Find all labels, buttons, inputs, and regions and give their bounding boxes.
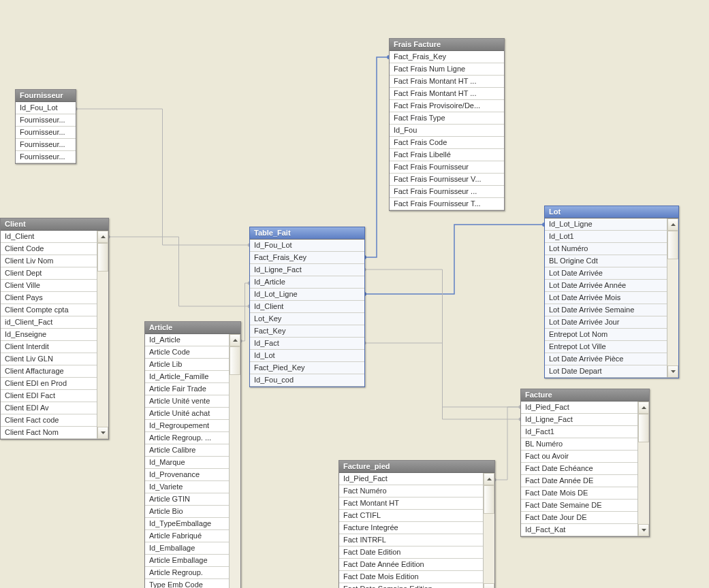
field-item[interactable]: Id_Lot_Ligne	[250, 289, 364, 301]
table-header[interactable]: Article	[145, 322, 240, 334]
field-item[interactable]: Fact INTRFL	[339, 534, 483, 546]
table-header[interactable]: Frais Facture	[390, 39, 504, 51]
field-item[interactable]: Fact Frais Montant HT ...	[390, 88, 504, 100]
table-frais_facture[interactable]: Frais FactureFact_Frais_KeyFact Frais Nu…	[389, 38, 505, 211]
field-item[interactable]: Entrepot Lot Nom	[545, 329, 667, 341]
field-item[interactable]: Id_Provenance	[145, 469, 229, 481]
field-item[interactable]: Client Fact code	[1, 414, 97, 427]
field-item[interactable]: Lot_Key	[250, 313, 364, 325]
scrollbar[interactable]	[97, 231, 108, 439]
field-item[interactable]: Id_Marque	[145, 457, 229, 469]
field-item[interactable]: Type Emb Code	[145, 579, 229, 588]
field-item[interactable]: Lot Date Arrivée Jour	[545, 316, 667, 329]
field-item[interactable]: Lot Date Depart	[545, 365, 667, 378]
field-item[interactable]: Fournisseur...	[16, 151, 76, 163]
scroll-track[interactable]	[97, 243, 108, 427]
scroll-thumb[interactable]	[97, 243, 108, 272]
field-item[interactable]: Id_Variete	[145, 481, 229, 493]
field-item[interactable]: Article GTIN	[145, 493, 229, 506]
field-item[interactable]: Article Unité vente	[145, 395, 229, 408]
field-item[interactable]: Id_Ligne_Fact	[521, 414, 637, 426]
scroll-down-button[interactable]	[484, 583, 494, 588]
field-item[interactable]: Fact_Pied_Key	[250, 362, 364, 374]
field-item[interactable]: Client Liv GLN	[1, 353, 97, 365]
field-item[interactable]: Fact Frais Fournisseur V...	[390, 174, 504, 186]
field-item[interactable]: Lot Date Arrivée	[545, 267, 667, 280]
field-item[interactable]: Fact Frais Fournisseur ...	[390, 186, 504, 198]
table-fournisseur[interactable]: FournisseurId_Fou_LotFournisseur...Fourn…	[15, 89, 76, 164]
field-item[interactable]: Lot Date Arrivée Année	[545, 280, 667, 292]
table-article[interactable]: ArticleId_ArticleArticle CodeArticle Lib…	[144, 321, 241, 588]
table-header[interactable]: Fournisseur	[16, 90, 76, 102]
field-item[interactable]: Article Calibre	[145, 444, 229, 457]
field-item[interactable]: Fournisseur...	[16, 127, 76, 139]
field-item[interactable]: id_Client_Fact	[1, 316, 97, 329]
scrollbar[interactable]	[483, 473, 494, 588]
field-item[interactable]: Fact Date Année Edition	[339, 559, 483, 571]
field-item[interactable]: Id_Lot	[250, 350, 364, 362]
scroll-thumb[interactable]	[484, 485, 494, 514]
table-lot[interactable]: LotId_Lot_LigneId_Lot1Lot NuméroBL Origi…	[544, 206, 679, 378]
field-item[interactable]: Id_Article	[250, 276, 364, 289]
field-item[interactable]: Id_Fou_Lot	[16, 102, 76, 114]
field-item[interactable]: Fact Frais Num Ligne	[390, 63, 504, 76]
field-item[interactable]: Id_Fou_Lot	[250, 240, 364, 252]
scroll-thumb[interactable]	[230, 346, 240, 375]
table-facture[interactable]: FactureId_Pied_FactId_Ligne_FactId_Fact1…	[520, 389, 650, 537]
field-item[interactable]: Id_Article	[145, 334, 229, 346]
field-item[interactable]: Id_Enseigne	[1, 329, 97, 341]
scroll-thumb[interactable]	[667, 231, 678, 259]
field-item[interactable]: Fact Date Echéance	[521, 463, 637, 475]
field-item[interactable]: Article Bio	[145, 506, 229, 518]
field-item[interactable]: Fact Frais Montant HT ...	[390, 76, 504, 88]
field-item[interactable]: Client Pays	[1, 292, 97, 304]
field-item[interactable]: Article Lib	[145, 359, 229, 371]
field-item[interactable]: Fact Date Semaine Edition	[339, 583, 483, 588]
field-item[interactable]: Lot Date Arrivée Pièce	[545, 353, 667, 365]
field-item[interactable]: Fact Montant HT	[339, 497, 483, 510]
scroll-track[interactable]	[667, 231, 678, 365]
field-item[interactable]: Fournisseur...	[16, 139, 76, 151]
field-item[interactable]: Id_Fou_cod	[250, 374, 364, 387]
scroll-up-button[interactable]	[667, 218, 678, 231]
field-item[interactable]: Id_TypeEmballage	[145, 518, 229, 530]
field-item[interactable]: Client Code	[1, 243, 97, 255]
field-item[interactable]: BL Origine Cdt	[545, 255, 667, 267]
field-item[interactable]: Client Interdit	[1, 341, 97, 353]
field-item[interactable]: Client EDI Fact	[1, 390, 97, 402]
scroll-up-button[interactable]	[230, 334, 240, 346]
field-item[interactable]: Fact Date Edition	[339, 546, 483, 559]
field-item[interactable]: Entrepot Lot Ville	[545, 341, 667, 353]
field-item[interactable]: Id_Pied_Fact	[339, 473, 483, 485]
field-item[interactable]: Fact Date Jour DE	[521, 512, 637, 524]
field-item[interactable]: Client Affacturage	[1, 365, 97, 378]
field-item[interactable]: Id_Client	[1, 231, 97, 243]
field-item[interactable]: Fact Frais Type	[390, 112, 504, 125]
field-item[interactable]: Id_Emballage	[145, 542, 229, 555]
field-item[interactable]: Fact_Frais_Key	[250, 252, 364, 264]
field-item[interactable]: Id_Lot1	[545, 231, 667, 243]
table-header[interactable]: Lot	[545, 206, 678, 218]
scroll-thumb[interactable]	[638, 414, 649, 442]
field-item[interactable]: Lot Date Arrivée Semaine	[545, 304, 667, 316]
field-item[interactable]: Article Code	[145, 346, 229, 359]
table-header[interactable]: Facture	[521, 389, 649, 402]
table-header[interactable]: Table_Fait	[250, 227, 364, 240]
scrollbar[interactable]	[667, 218, 678, 378]
scroll-up-button[interactable]	[638, 402, 649, 414]
field-item[interactable]: Id_Fact	[250, 338, 364, 350]
field-item[interactable]: Lot Date Arrivée Mois	[545, 292, 667, 304]
field-item[interactable]: Id_Fact_Kat	[521, 524, 637, 536]
scroll-up-button[interactable]	[484, 473, 494, 485]
scroll-track[interactable]	[484, 485, 494, 583]
field-item[interactable]: Fact Date Mois Edition	[339, 571, 483, 583]
field-item[interactable]: Article Fair Trade	[145, 383, 229, 395]
field-item[interactable]: Id_Lot_Ligne	[545, 218, 667, 231]
scroll-down-button[interactable]	[638, 524, 649, 536]
field-item[interactable]: Fact Frais Libellé	[390, 149, 504, 161]
field-item[interactable]: Article Unité achat	[145, 408, 229, 420]
field-item[interactable]: Id_Fact1	[521, 426, 637, 438]
table-table_fait[interactable]: Table_FaitId_Fou_LotFact_Frais_KeyId_Lig…	[249, 227, 365, 387]
field-item[interactable]: Client Fact Nom	[1, 427, 97, 439]
field-item[interactable]: Article Emballage	[145, 555, 229, 567]
